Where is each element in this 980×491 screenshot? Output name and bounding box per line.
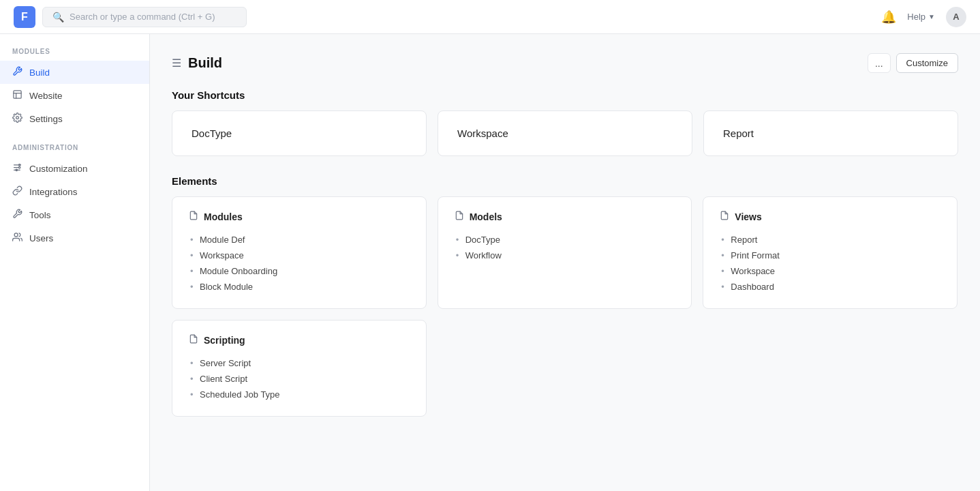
tools-icon: [12, 209, 22, 221]
avatar[interactable]: A: [946, 7, 966, 27]
integrations-icon: [12, 185, 22, 198]
settings-icon: [12, 113, 22, 125]
sidebar-item-build-label: Build: [29, 68, 50, 78]
modules-group: MODULES Build Website: [0, 48, 149, 130]
header-actions: ... Customize: [868, 53, 958, 73]
shortcut-workspace[interactable]: Workspace: [438, 110, 692, 156]
list-item[interactable]: Workspace: [720, 263, 940, 279]
administration-group: ADMINISTRATION Customization Integration…: [0, 144, 149, 250]
models-list: DocType Workflow: [455, 232, 675, 263]
page-header: ☰ Build ... Customize: [172, 53, 958, 73]
scripting-list: Server Script Client Script Scheduled Jo…: [189, 355, 410, 402]
customize-button[interactable]: Customize: [896, 53, 958, 73]
svg-point-8: [18, 166, 20, 168]
sidebar-item-settings-label: Settings: [29, 114, 63, 124]
sidebar-item-settings[interactable]: Settings: [0, 107, 149, 130]
notification-bell-icon[interactable]: 🔔: [881, 10, 896, 25]
topnav-left: F 🔍 Search or type a command (Ctrl + G): [14, 6, 247, 28]
list-item[interactable]: Server Script: [189, 355, 410, 371]
sidebar-item-tools[interactable]: Tools: [0, 203, 149, 226]
top-nav: F 🔍 Search or type a command (Ctrl + G) …: [0, 0, 980, 34]
modules-section-label: MODULES: [0, 48, 149, 61]
modules-list: Module Def Workspace Module Onboarding B…: [189, 232, 410, 295]
help-button[interactable]: Help ▼: [907, 12, 935, 22]
sidebar-item-users-label: Users: [29, 233, 53, 243]
element-card-models[interactable]: Models DocType Workflow: [438, 196, 692, 309]
more-options-button[interactable]: ...: [868, 53, 891, 73]
list-item[interactable]: Workflow: [455, 248, 675, 263]
layout: MODULES Build Website: [0, 34, 980, 491]
list-item[interactable]: Client Script: [189, 371, 410, 387]
views-list: Report Print Format Workspace Dashboard: [720, 232, 940, 295]
users-icon: [12, 232, 22, 244]
svg-point-3: [16, 117, 19, 119]
list-item[interactable]: Print Format: [720, 248, 940, 263]
page-title: Build: [188, 55, 222, 71]
element-card-scripting[interactable]: Scripting Server Script Client Script Sc…: [172, 320, 427, 417]
shortcut-report[interactable]: Report: [703, 110, 958, 156]
list-item[interactable]: Workspace: [189, 248, 410, 263]
shortcuts-grid: DocType Workspace Report: [172, 110, 958, 156]
list-item[interactable]: Module Def: [189, 232, 410, 248]
sidebar-item-tools-label: Tools: [29, 210, 51, 220]
build-icon: [12, 66, 22, 78]
app-logo[interactable]: F: [14, 6, 35, 28]
search-icon: 🔍: [52, 12, 64, 23]
sidebar-item-integrations[interactable]: Integrations: [0, 180, 149, 203]
sidebar-item-customization-label: Customization: [29, 164, 88, 174]
list-item[interactable]: Scheduled Job Type: [189, 387, 410, 402]
topnav-right: 🔔 Help ▼ A: [881, 7, 966, 27]
sidebar-item-users[interactable]: Users: [0, 226, 149, 250]
scripting-card-icon: [189, 334, 198, 346]
elements-grid: Modules Module Def Workspace Module Onbo…: [172, 196, 958, 417]
search-placeholder-text: Search or type a command (Ctrl + G): [70, 12, 215, 22]
modules-card-icon: [189, 211, 198, 222]
shortcut-doctype[interactable]: DocType: [172, 110, 427, 156]
customization-icon: [12, 162, 22, 175]
chevron-down-icon: ▼: [928, 13, 935, 20]
sidebar-item-customization[interactable]: Customization: [0, 157, 149, 180]
administration-section-label: ADMINISTRATION: [0, 144, 149, 157]
sidebar-item-website[interactable]: Website: [0, 84, 149, 107]
website-icon: [12, 89, 22, 102]
views-card-icon: [720, 211, 729, 222]
shortcuts-section-title: Your Shortcuts: [172, 89, 958, 101]
list-item[interactable]: Report: [720, 232, 940, 248]
element-card-modules[interactable]: Modules Module Def Workspace Module Onbo…: [172, 196, 427, 309]
svg-rect-0: [14, 91, 21, 98]
sidebar-item-website-label: Website: [29, 91, 63, 101]
element-card-views[interactable]: Views Report Print Format Workspace Dash…: [703, 196, 958, 309]
page-title-row: ☰ Build: [172, 55, 222, 71]
list-item[interactable]: Dashboard: [720, 279, 940, 295]
hamburger-icon[interactable]: ☰: [172, 57, 181, 70]
main-content: ☰ Build ... Customize Your Shortcuts Doc…: [150, 34, 980, 491]
list-item[interactable]: DocType: [455, 232, 675, 248]
sidebar-item-integrations-label: Integrations: [29, 187, 78, 197]
elements-section-title: Elements: [172, 175, 958, 187]
svg-point-10: [14, 233, 18, 237]
list-item[interactable]: Module Onboarding: [189, 263, 410, 279]
sidebar-item-build[interactable]: Build: [0, 61, 149, 84]
models-card-icon: [455, 211, 464, 222]
sidebar: MODULES Build Website: [0, 34, 150, 491]
list-item[interactable]: Block Module: [189, 279, 410, 295]
search-bar[interactable]: 🔍 Search or type a command (Ctrl + G): [42, 7, 247, 27]
